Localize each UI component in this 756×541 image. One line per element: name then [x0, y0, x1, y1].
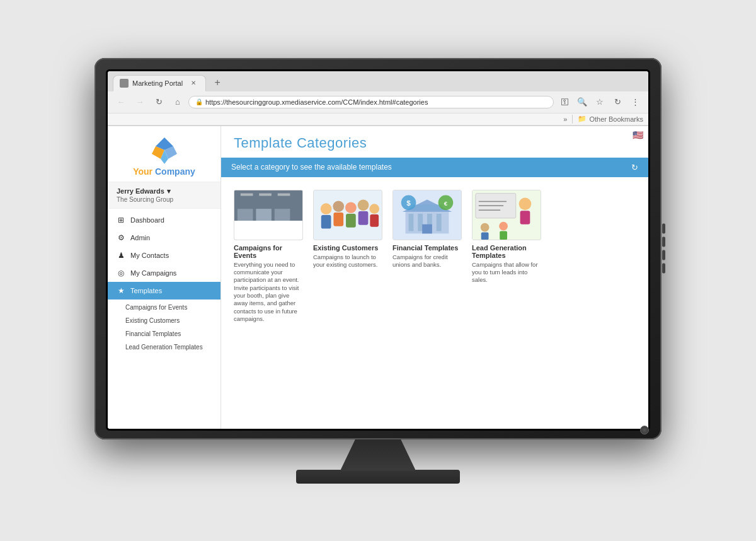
category-card-leadgen[interactable]: Lead Generation Templates Campaigns that…	[472, 190, 541, 323]
sidebar-user-name[interactable]: Jerry Edwards ▾	[117, 187, 212, 195]
svg-text:$: $	[406, 199, 411, 207]
sidebar-item-templates[interactable]: ★ Templates	[108, 282, 220, 300]
bookmarks-divider	[572, 115, 573, 124]
svg-rect-7	[259, 193, 272, 195]
dashboard-icon: ⊞	[117, 216, 125, 224]
svg-rect-9	[234, 224, 302, 239]
new-tab-button[interactable]: +	[210, 75, 225, 90]
svg-rect-34	[422, 224, 432, 233]
svg-rect-12	[275, 209, 290, 223]
svg-rect-22	[346, 214, 356, 228]
subtitle-text: Select a category to see the available t…	[231, 163, 392, 172]
reload-button[interactable]: ↻	[151, 94, 167, 110]
address-bar[interactable]: 🔒 https://thesourcinggroup.xmediaservice…	[188, 96, 554, 108]
events-thumbnail	[234, 190, 302, 240]
address-text: https://thesourcinggroup.xmediaservice.c…	[205, 98, 547, 106]
key-icon[interactable]: ⚿	[556, 94, 573, 110]
lock-icon: 🔒	[195, 98, 203, 105]
admin-icon: ⚙	[117, 233, 125, 242]
templates-icon: ★	[117, 286, 125, 295]
sidebar-user-org: The Sourcing Group	[117, 196, 212, 203]
sidebar-nav: ⊞ Dashboard ⚙ Admin ♟ My Contacts	[108, 211, 220, 300]
forward-button[interactable]: →	[132, 94, 148, 110]
sidebar-label-my-campaigns: My Campaigns	[130, 269, 176, 277]
power-button[interactable]	[640, 426, 649, 434]
logo-text: Your Company	[118, 166, 210, 177]
leadgen-thumbnail	[472, 190, 541, 240]
monitor-neck	[340, 439, 416, 471]
svg-rect-26	[370, 214, 379, 227]
subtitle-refresh-icon[interactable]: ↻	[631, 163, 638, 172]
financial-thumbnail: $ €	[393, 190, 461, 240]
sidebar-item-admin[interactable]: ⚙ Admin	[108, 229, 220, 247]
sidebar-label-admin: Admin	[130, 234, 150, 241]
menu-button[interactable]: ⋮	[627, 94, 643, 110]
zoom-button[interactable]: 🔍	[574, 94, 590, 110]
tab-title: Marketing Portal	[132, 79, 183, 87]
folder-icon: 📁	[578, 115, 587, 123]
page-header: 🇺🇸 Template Categories	[221, 126, 648, 158]
svg-point-49	[499, 221, 508, 230]
logo-svg	[147, 136, 182, 164]
category-desc-leadgen: Campaigns that allow for you to turn lea…	[472, 261, 541, 284]
monitor-frame: Marketing Portal ✕ + ← → ↻ ⌂ 🔒 https:/	[94, 58, 662, 439]
svg-rect-11	[256, 209, 272, 223]
category-desc-events: Everything you need to communicate your …	[234, 261, 303, 323]
flag-icon: 🇺🇸	[633, 130, 643, 140]
monitor-shell: Marketing Portal ✕ + ← → ↻ ⌂ 🔒 https:/	[94, 58, 662, 484]
svg-rect-50	[500, 231, 507, 240]
sidebar-label-dashboard: Dashboard	[130, 216, 164, 224]
category-title-financial: Financial Templates	[392, 244, 462, 252]
svg-point-45	[519, 197, 532, 210]
monitor-bottom	[94, 439, 662, 484]
contacts-icon: ♟	[117, 251, 125, 260]
category-image-events	[234, 190, 303, 240]
svg-point-13	[266, 223, 271, 229]
sub-item-existing-customers[interactable]: Existing Customers	[108, 314, 220, 327]
svg-point-14	[275, 224, 280, 230]
svg-rect-33	[437, 214, 442, 231]
svg-point-19	[333, 201, 344, 212]
svg-point-23	[358, 199, 369, 211]
svg-rect-6	[241, 193, 253, 195]
home-button[interactable]: ⌂	[169, 94, 186, 110]
svg-text:€: €	[444, 200, 448, 207]
browser-tab-active[interactable]: Marketing Portal ✕	[113, 75, 206, 91]
categories-grid: Campaigns for Events Everything you need…	[221, 177, 648, 336]
svg-rect-46	[520, 211, 530, 224]
browser-actions: ⚿ 🔍 ☆ ↻ ⋮	[556, 94, 643, 110]
star-button[interactable]: ☆	[592, 94, 608, 110]
svg-rect-8	[278, 193, 290, 195]
sub-item-campaigns-events[interactable]: Campaigns for Events	[108, 301, 220, 314]
category-card-events[interactable]: Campaigns for Events Everything you need…	[234, 190, 303, 323]
refresh-action-button[interactable]: ↻	[609, 94, 626, 110]
svg-rect-18	[321, 215, 331, 229]
bookmarks-more: »	[563, 115, 567, 123]
sidebar-item-my-campaigns[interactable]: ◎ My Campaigns	[108, 264, 220, 282]
back-button[interactable]: ←	[113, 94, 129, 110]
svg-rect-30	[409, 214, 414, 231]
other-bookmarks-label: Other Bookmarks	[589, 115, 643, 123]
logo-company-text: Company	[155, 166, 195, 177]
tab-close-button[interactable]: ✕	[189, 79, 198, 88]
category-card-financial[interactable]: $ € Financial Templates Campaigns for cr…	[392, 190, 462, 323]
category-title-customers: Existing Customers	[313, 244, 382, 252]
tab-favicon	[120, 79, 129, 88]
category-desc-customers: Campaigns to launch to your existing cus…	[313, 253, 382, 269]
main-content: 🇺🇸 Template Categories Select a category…	[221, 126, 648, 429]
category-card-customers[interactable]: Existing Customers Campaigns to launch t…	[313, 190, 382, 323]
sub-item-financial-templates[interactable]: Financial Templates	[108, 327, 220, 340]
sidebar-item-dashboard[interactable]: ⊞ Dashboard	[108, 211, 220, 229]
svg-rect-31	[418, 214, 423, 231]
svg-point-15	[257, 224, 261, 230]
sidebar-item-my-contacts[interactable]: ♟ My Contacts	[108, 247, 220, 264]
sub-item-lead-generation[interactable]: Lead Generation Templates	[108, 340, 220, 354]
monitor-base	[296, 470, 460, 484]
sidebar: Your Company Jerry Edwards ▾ The Sourcin…	[108, 126, 221, 429]
svg-rect-20	[333, 212, 343, 226]
sidebar-user: Jerry Edwards ▾ The Sourcing Group	[108, 182, 220, 209]
category-image-customers	[313, 190, 382, 240]
monitor-side-buttons	[662, 224, 665, 274]
sidebar-logo: Your Company	[108, 126, 220, 182]
sidebar-label-my-contacts: My Contacts	[130, 252, 169, 259]
